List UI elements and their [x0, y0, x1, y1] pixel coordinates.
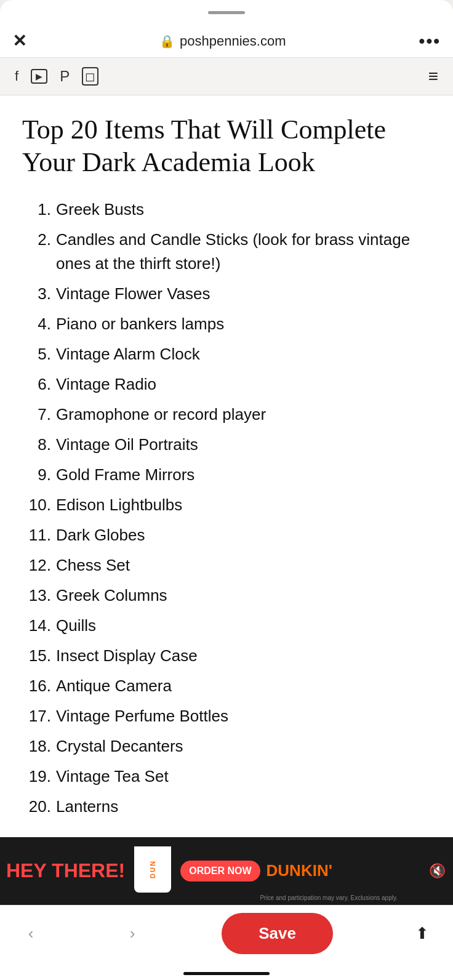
ad-speaker-icon[interactable]: 🔇	[429, 863, 446, 879]
item-text: Candles and Candle Sticks (look for bras…	[56, 228, 431, 276]
item-number: 13.	[22, 584, 56, 608]
list-item: 17.Vintage Perfume Bottles	[22, 704, 431, 728]
item-number: 8.	[22, 433, 56, 457]
main-content: Top 20 Items That Will Complete Your Dar…	[0, 95, 453, 837]
youtube-icon[interactable]: ▶	[31, 69, 47, 84]
list-item: 12.Chess Set	[22, 553, 431, 577]
item-number: 14.	[22, 614, 56, 638]
list-item: 4.Piano or bankers lamps	[22, 312, 431, 336]
lock-icon: 🔒	[159, 34, 175, 49]
item-number: 10.	[22, 493, 56, 517]
ad-banner[interactable]: HEY THERE! DUN ORDER NOW DUNKIN' Price a…	[0, 837, 453, 905]
list-item: 3.Vintage Flower Vases	[22, 282, 431, 306]
list-item: 15.Insect Display Case	[22, 644, 431, 668]
item-number: 5.	[22, 342, 56, 366]
ad-order-now-button[interactable]: ORDER NOW	[180, 861, 260, 882]
save-button[interactable]: Save	[222, 913, 333, 954]
item-text: Crystal Decanters	[56, 734, 431, 758]
item-text: Gold Frame Mirrors	[56, 463, 431, 487]
pinterest-icon[interactable]: P	[60, 68, 70, 85]
list-item: 16.Antique Camera	[22, 674, 431, 698]
item-number: 19.	[22, 765, 56, 789]
site-nav: f ▶ P ◻ ≡	[0, 58, 453, 95]
item-number: 6.	[22, 372, 56, 396]
forward-button[interactable]: ›	[120, 924, 145, 943]
item-number: 12.	[22, 553, 56, 577]
more-button[interactable]: •••	[419, 31, 441, 51]
status-bar	[0, 0, 453, 25]
item-text: Chess Set	[56, 553, 431, 577]
hamburger-menu-button[interactable]: ≡	[428, 66, 438, 86]
items-list: 1.Greek Busts2.Candles and Candle Sticks…	[22, 198, 431, 819]
item-number: 1.	[22, 198, 56, 222]
item-number: 15.	[22, 644, 56, 668]
ad-cup-label: DUN	[149, 860, 156, 878]
ad-cup-image: DUN	[131, 843, 174, 899]
item-number: 3.	[22, 282, 56, 306]
item-text: Antique Camera	[56, 674, 431, 698]
item-text: Lanterns	[56, 795, 431, 819]
item-text: Vintage Tea Set	[56, 765, 431, 789]
item-text: Vintage Perfume Bottles	[56, 704, 431, 728]
item-number: 11.	[22, 523, 56, 547]
list-item: 1.Greek Busts	[22, 198, 431, 222]
list-item: 7.Gramophone or record player	[22, 403, 431, 427]
close-button[interactable]: ✕	[12, 31, 26, 51]
item-text: Dark Globes	[56, 523, 431, 547]
ad-fine-print: Price and participation may vary. Exclus…	[260, 894, 398, 901]
ad-dunkin-logo: DUNKIN'	[267, 861, 332, 880]
share-button[interactable]: ⬆	[410, 924, 435, 943]
bottom-bar: ‹ › Save ⬆	[0, 905, 453, 962]
item-number: 9.	[22, 463, 56, 487]
item-text: Greek Columns	[56, 584, 431, 608]
browser-bar: ✕ 🔒 poshpennies.com •••	[0, 25, 453, 58]
item-number: 7.	[22, 403, 56, 427]
item-text: Greek Busts	[56, 198, 431, 222]
item-number: 4.	[22, 312, 56, 336]
back-button[interactable]: ‹	[18, 924, 43, 943]
list-item: 8.Vintage Oil Portraits	[22, 433, 431, 457]
item-text: Quills	[56, 614, 431, 638]
home-bar	[183, 972, 270, 975]
item-text: Vintage Flower Vases	[56, 282, 431, 306]
list-item: 20.Lanterns	[22, 795, 431, 819]
item-text: Insect Display Case	[56, 644, 431, 668]
social-icons: f ▶ P ◻	[15, 67, 98, 86]
item-text: Vintage Oil Portraits	[56, 433, 431, 457]
list-item: 11.Dark Globes	[22, 523, 431, 547]
item-text: Piano or bankers lamps	[56, 312, 431, 336]
list-item: 14.Quills	[22, 614, 431, 638]
item-number: 20.	[22, 795, 56, 819]
list-item: 9.Gold Frame Mirrors	[22, 463, 431, 487]
list-item: 19.Vintage Tea Set	[22, 765, 431, 789]
item-number: 17.	[22, 704, 56, 728]
list-item: 10.Edison Lightbulbs	[22, 493, 431, 517]
list-item: 6.Vintage Radio	[22, 372, 431, 396]
facebook-icon[interactable]: f	[15, 68, 18, 84]
item-number: 18.	[22, 734, 56, 758]
page-title: Top 20 Items That Will Complete Your Dar…	[22, 114, 431, 179]
list-item: 5.Vintage Alarm Clock	[22, 342, 431, 366]
list-item: 13.Greek Columns	[22, 584, 431, 608]
item-text: Gramophone or record player	[56, 403, 431, 427]
status-bar-handle	[208, 11, 245, 14]
home-indicator	[0, 962, 453, 980]
list-item: 18.Crystal Decanters	[22, 734, 431, 758]
instagram-icon[interactable]: ◻	[82, 67, 98, 86]
item-text: Vintage Radio	[56, 372, 431, 396]
list-item: 2.Candles and Candle Sticks (look for br…	[22, 228, 431, 276]
ad-hey-there-text: HEY THERE!	[6, 859, 125, 882]
item-text: Edison Lightbulbs	[56, 493, 431, 517]
item-number: 16.	[22, 674, 56, 698]
item-number: 2.	[22, 228, 56, 252]
url-text: poshpennies.com	[180, 33, 286, 49]
item-text: Vintage Alarm Clock	[56, 342, 431, 366]
browser-url: 🔒 poshpennies.com	[159, 33, 286, 49]
